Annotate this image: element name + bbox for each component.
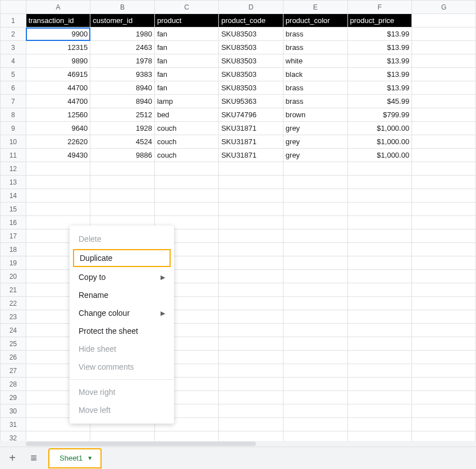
row-header[interactable]: 29 — [1, 391, 26, 404]
cell-E24[interactable] — [283, 324, 347, 337]
cell-D24[interactable] — [219, 324, 283, 337]
cell-G23[interactable] — [412, 310, 476, 324]
cell-E29[interactable] — [283, 391, 347, 404]
row-header[interactable]: 17 — [1, 229, 26, 243]
row-header[interactable]: 8 — [1, 108, 26, 122]
cell-B1[interactable]: customer_id — [90, 14, 155, 27]
cell-B5[interactable]: 9383 — [90, 68, 155, 81]
cell-F31[interactable] — [347, 418, 412, 431]
scrollbar-thumb[interactable] — [26, 442, 256, 446]
cell-D16[interactable] — [219, 216, 283, 229]
cell-G16[interactable] — [412, 216, 476, 229]
cell-F21[interactable] — [347, 283, 412, 297]
cell-D11[interactable]: SKU31871 — [219, 149, 283, 162]
cell-C4[interactable]: fan — [154, 54, 218, 68]
cell-D7[interactable]: SKU95363 — [219, 95, 283, 108]
row-header[interactable]: 23 — [1, 310, 26, 324]
cell-G18[interactable] — [412, 243, 476, 256]
cell-G7[interactable] — [412, 95, 476, 108]
cell-F16[interactable] — [347, 216, 412, 229]
cell-G17[interactable] — [412, 229, 476, 243]
row-header[interactable]: 26 — [1, 351, 26, 364]
cell-A3[interactable]: 12315 — [26, 41, 90, 54]
cell-A13[interactable] — [26, 176, 90, 189]
row-header[interactable]: 30 — [1, 404, 26, 418]
row-header[interactable]: 1 — [1, 14, 26, 27]
cell-D10[interactable]: SKU31871 — [219, 135, 283, 149]
cell-E1[interactable]: product_color — [283, 14, 347, 27]
cell-D9[interactable]: SKU31871 — [219, 122, 283, 135]
cell-F25[interactable] — [347, 337, 412, 351]
row-header[interactable]: 18 — [1, 243, 26, 256]
cell-F7[interactable]: $45.99 — [347, 95, 412, 108]
cell-C9[interactable]: couch — [154, 122, 218, 135]
cell-C6[interactable]: fan — [154, 81, 218, 95]
cell-F3[interactable]: $13.99 — [347, 41, 412, 54]
column-header-C[interactable]: C — [154, 1, 218, 14]
all-sheets-button[interactable]: ≡ — [27, 452, 40, 465]
cell-G21[interactable] — [412, 283, 476, 297]
cell-E8[interactable]: brown — [283, 108, 347, 122]
cell-G3[interactable] — [412, 41, 476, 54]
cell-D5[interactable]: SKU83503 — [219, 68, 283, 81]
cell-B11[interactable]: 9886 — [90, 149, 155, 162]
cell-E16[interactable] — [283, 216, 347, 229]
cell-D1[interactable]: product_code — [219, 14, 283, 27]
cell-D15[interactable] — [219, 203, 283, 216]
cell-B4[interactable]: 1978 — [90, 54, 155, 68]
row-header[interactable]: 24 — [1, 324, 26, 337]
cell-D12[interactable] — [219, 162, 283, 176]
cell-D26[interactable] — [219, 351, 283, 364]
cell-E25[interactable] — [283, 337, 347, 351]
cell-C2[interactable]: fan — [154, 27, 218, 41]
cell-F4[interactable]: $13.99 — [347, 54, 412, 68]
cell-C10[interactable]: couch — [154, 135, 218, 149]
cell-D29[interactable] — [219, 391, 283, 404]
cell-F27[interactable] — [347, 364, 412, 378]
cell-G26[interactable] — [412, 351, 476, 364]
cell-C11[interactable]: couch — [154, 149, 218, 162]
cell-G25[interactable] — [412, 337, 476, 351]
cell-E30[interactable] — [283, 404, 347, 418]
cell-E22[interactable] — [283, 297, 347, 310]
cell-E11[interactable]: grey — [283, 149, 347, 162]
row-header[interactable]: 2 — [1, 27, 26, 41]
column-header-G[interactable]: G — [412, 1, 476, 14]
cell-G9[interactable] — [412, 122, 476, 135]
cell-B6[interactable]: 8940 — [90, 81, 155, 95]
cell-D8[interactable]: SKU74796 — [219, 108, 283, 122]
cell-E18[interactable] — [283, 243, 347, 256]
row-header[interactable]: 7 — [1, 95, 26, 108]
sheet-tab-dropdown-icon[interactable]: ▼ — [87, 455, 93, 461]
cell-E21[interactable] — [283, 283, 347, 297]
cell-D21[interactable] — [219, 283, 283, 297]
cell-D27[interactable] — [219, 364, 283, 378]
cell-E3[interactable]: brass — [283, 41, 347, 54]
row-header[interactable]: 11 — [1, 149, 26, 162]
cell-E27[interactable] — [283, 364, 347, 378]
cell-C3[interactable]: fan — [154, 41, 218, 54]
cell-G28[interactable] — [412, 378, 476, 391]
cell-G15[interactable] — [412, 203, 476, 216]
cell-D13[interactable] — [219, 176, 283, 189]
cell-D25[interactable] — [219, 337, 283, 351]
row-header[interactable]: 19 — [1, 256, 26, 270]
column-header-D[interactable]: D — [219, 1, 283, 14]
row-header[interactable]: 10 — [1, 135, 26, 149]
cell-D17[interactable] — [219, 229, 283, 243]
cell-D28[interactable] — [219, 378, 283, 391]
cell-D31[interactable] — [219, 418, 283, 431]
cell-G30[interactable] — [412, 404, 476, 418]
cell-G19[interactable] — [412, 256, 476, 270]
cell-D2[interactable]: SKU83503 — [219, 27, 283, 41]
cell-D18[interactable] — [219, 243, 283, 256]
cell-F12[interactable] — [347, 162, 412, 176]
cell-F20[interactable] — [347, 270, 412, 283]
cell-D30[interactable] — [219, 404, 283, 418]
cell-E6[interactable]: brass — [283, 81, 347, 95]
cell-C8[interactable]: bed — [154, 108, 218, 122]
cell-F9[interactable]: $1,000.00 — [347, 122, 412, 135]
cell-D6[interactable]: SKU83503 — [219, 81, 283, 95]
cell-A4[interactable]: 9890 — [26, 54, 90, 68]
cell-A14[interactable] — [26, 189, 90, 203]
